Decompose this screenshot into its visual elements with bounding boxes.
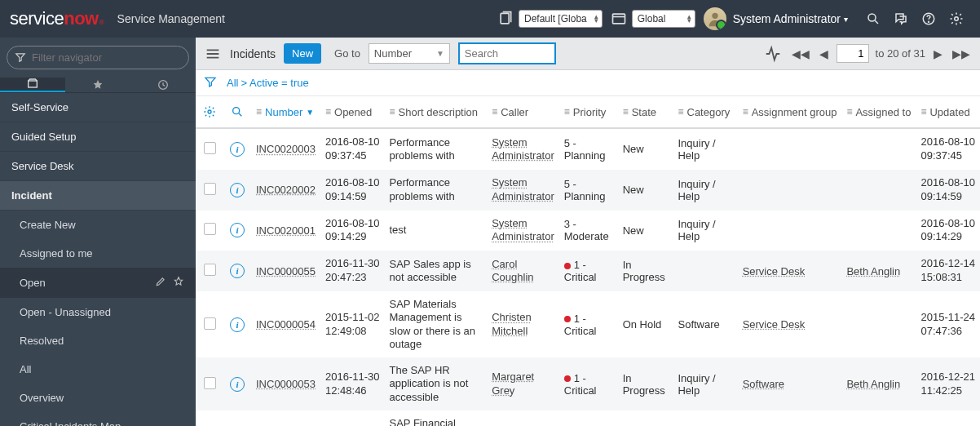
row-preview-icon[interactable]: i [230,317,245,332]
pager-last-icon[interactable]: ▶▶ [951,47,972,60]
nav-item-open[interactable]: Open [0,268,196,298]
new-button[interactable]: New [284,43,321,64]
pager-prev-icon[interactable]: ◀ [818,47,830,60]
row-preview-icon[interactable]: i [230,142,245,157]
global-search-icon[interactable] [866,11,881,26]
caller-link[interactable]: CarolCoughlin [492,258,533,283]
short-description-value: Performance problems with [385,170,488,211]
col-state[interactable]: ≡State [618,96,673,128]
assigned-to-link[interactable]: Beth Anglin [846,265,900,277]
navigator-tab-history[interactable] [130,78,196,92]
category-value: Inquiry / Help [673,211,737,251]
assignment-group-link[interactable]: Software [743,378,784,390]
assignment-group-link[interactable]: Service Desk [743,318,806,331]
list-toolbar: Incidents New Go to Number▼ ◀◀ ◀ to 20 o… [196,38,980,70]
table-row: i INC0000052 2016-11-3012:48:40 SAP Fina… [196,410,980,426]
nav-item-assigned-to-me[interactable]: Assigned to me [0,239,196,268]
pager-range: to 20 of 31 [876,47,925,60]
row-checkbox[interactable] [204,223,216,235]
personalize-columns-gear-icon[interactable] [201,103,219,121]
row-checkbox[interactable] [204,183,216,195]
table-row: i INC0000054 2015-11-0212:49:08 SAP Mate… [196,291,980,357]
assignment-group-link[interactable]: Service Desk [743,265,806,277]
col-opened[interactable]: ≡Opened [320,96,385,128]
nav-item-all[interactable]: All [0,355,196,384]
application-icon [611,11,627,27]
row-checkbox[interactable] [204,317,216,330]
nav-section-incident[interactable]: Incident [0,181,196,211]
col-category[interactable]: ≡Category [673,96,737,128]
col-updated[interactable]: ≡Updated [916,96,980,128]
opened-value: 2016-08-1009:14:59 [320,170,385,211]
filter-toggle-icon[interactable] [204,75,217,91]
help-icon[interactable] [921,11,936,26]
caller-link[interactable]: SystemAdministrator [492,136,554,162]
caller-link[interactable]: SystemAdministrator [492,217,554,242]
col-number[interactable]: ≡Number▼ [251,96,320,128]
row-preview-icon[interactable]: i [230,377,245,392]
col-caller[interactable]: ≡Caller [487,96,559,128]
category-value [673,251,737,291]
nav-item-create-new[interactable]: Create New [0,211,196,239]
col-priority[interactable]: ≡Priority [559,96,618,128]
assigned-to-link[interactable]: Beth Anglin [846,378,900,390]
svg-point-5 [929,21,929,22]
nav-item-overview[interactable]: Overview [0,384,196,412]
incident-number-link[interactable]: INC0020001 [256,224,316,237]
nav-section-guided-setup[interactable]: Guided Setup [0,122,196,152]
nav-item-open---unassigned[interactable]: Open - Unassigned [0,298,196,326]
row-checkbox[interactable] [204,142,216,154]
row-preview-icon[interactable]: i [230,264,245,278]
state-value: In Progress [618,410,673,426]
nav-item-resolved[interactable]: Resolved [0,326,196,355]
incident-number-link[interactable]: INC0000054 [256,318,316,331]
pager-next-icon[interactable]: ▶ [932,47,944,60]
application-scope-picker[interactable]: Global▴▾ [611,10,695,28]
priority-dot-icon [564,316,571,322]
brand-logo[interactable]: servicenow® [10,8,104,29]
incident-number-link[interactable]: INC0020003 [256,143,316,155]
incident-number-link[interactable]: INC0020002 [256,184,316,196]
row-preview-icon[interactable]: i [230,183,245,197]
goto-field-select[interactable]: Number▼ [369,43,450,64]
filter-breadcrumb[interactable]: All>Active = true [227,77,309,89]
brand-part2: now [64,8,99,29]
pager-first-icon[interactable]: ◀◀ [790,47,811,60]
caller-link[interactable]: ChristenMitchell [492,311,531,336]
incident-number-link[interactable]: INC0000055 [256,265,316,277]
product-subtitle: Service Management [117,12,225,25]
category-value: Inquiry / Help [673,357,737,410]
chevron-updown-icon: ▴▾ [594,15,598,23]
caller-link[interactable]: MargaretGrey [492,371,534,396]
pager-page-input[interactable] [837,44,869,63]
table-row: i INC0020001 2016-08-1009:14:29 test Sys… [196,211,980,251]
column-search-icon[interactable] [228,103,246,121]
row-preview-icon[interactable]: i [230,223,245,237]
navigator-filter-input[interactable] [7,46,189,69]
nav-section-self-service[interactable]: Self-Service [0,93,196,122]
nav-section-service-desk[interactable]: Service Desk [0,152,196,181]
edit-icon[interactable] [155,276,166,290]
activity-stream-icon[interactable] [764,45,782,63]
nav-item-critical-incidents-map[interactable]: Critical Incidents Map [0,412,196,426]
incident-number-link[interactable]: INC0000053 [256,378,316,390]
navigator-tab-favorites[interactable] [65,78,130,92]
col-assignment-group[interactable]: ≡Assignment group [738,96,842,128]
opened-value: 2015-11-0212:49:08 [320,291,385,357]
navigator-tab-all[interactable] [0,78,65,92]
goto-search-input[interactable] [458,42,556,64]
col-assigned-to[interactable]: ≡Assigned to [841,96,916,128]
chat-icon[interactable] [894,11,908,26]
row-checkbox[interactable] [204,377,216,389]
updated-value: 2016-12-1413:50:24 [916,410,980,426]
favorite-star-icon[interactable] [173,276,184,290]
user-avatar[interactable] [704,7,726,30]
settings-gear-icon[interactable] [949,11,964,26]
user-menu[interactable]: System Administrator [733,12,841,25]
update-set-picker[interactable]: Default [Globa▴▾ [497,10,603,28]
list-menu-icon[interactable] [204,45,222,63]
svg-rect-1 [612,14,625,24]
caller-link[interactable]: SystemAdministrator [492,176,554,202]
col-short-description[interactable]: ≡Short description [385,96,488,128]
row-checkbox[interactable] [204,264,216,276]
